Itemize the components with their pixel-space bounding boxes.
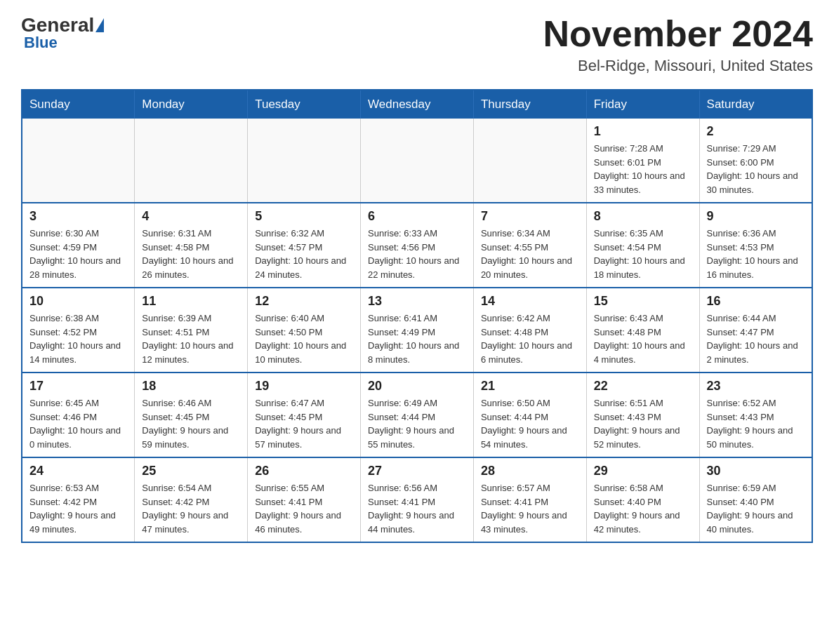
day-info: Sunrise: 6:39 AMSunset: 4:51 PMDaylight:… (142, 311, 240, 366)
day-info: Sunrise: 6:51 AMSunset: 4:43 PMDaylight:… (594, 396, 692, 451)
day-info: Sunrise: 6:56 AMSunset: 4:41 PMDaylight:… (368, 481, 466, 536)
day-number: 20 (368, 379, 466, 394)
day-number: 18 (142, 379, 240, 394)
header-friday: Friday (586, 90, 699, 119)
day-number: 27 (368, 464, 466, 478)
table-row: 30Sunrise: 6:59 AMSunset: 4:40 PMDayligh… (699, 457, 812, 542)
table-row: 29Sunrise: 6:58 AMSunset: 4:40 PMDayligh… (586, 457, 699, 542)
table-row: 18Sunrise: 6:46 AMSunset: 4:45 PMDayligh… (135, 373, 248, 457)
table-row: 8Sunrise: 6:35 AMSunset: 4:54 PMDaylight… (586, 203, 699, 288)
day-number: 22 (594, 379, 692, 394)
day-number: 14 (481, 294, 579, 309)
header-sunday: Sunday (22, 90, 135, 119)
logo-triangle-icon (95, 18, 104, 32)
calendar-week-row: 1Sunrise: 7:28 AMSunset: 6:01 PMDaylight… (22, 119, 812, 203)
day-info: Sunrise: 6:35 AMSunset: 4:54 PMDaylight:… (594, 227, 692, 281)
day-number: 3 (29, 209, 127, 224)
day-info: Sunrise: 6:38 AMSunset: 4:52 PMDaylight:… (29, 311, 127, 366)
day-info: Sunrise: 6:40 AMSunset: 4:50 PMDaylight:… (255, 311, 353, 366)
table-row: 25Sunrise: 6:54 AMSunset: 4:42 PMDayligh… (135, 457, 248, 542)
day-number: 26 (255, 464, 353, 478)
day-number: 19 (255, 379, 353, 394)
table-row: 5Sunrise: 6:32 AMSunset: 4:57 PMDaylight… (248, 203, 361, 288)
table-row (22, 119, 135, 203)
day-info: Sunrise: 6:54 AMSunset: 4:42 PMDaylight:… (142, 481, 240, 536)
table-row: 28Sunrise: 6:57 AMSunset: 4:41 PMDayligh… (473, 457, 586, 542)
table-row (135, 119, 248, 203)
table-row: 20Sunrise: 6:49 AMSunset: 4:44 PMDayligh… (361, 373, 474, 457)
day-number: 15 (594, 294, 692, 309)
table-row: 2Sunrise: 7:29 AMSunset: 6:00 PMDaylight… (699, 119, 812, 203)
day-info: Sunrise: 6:43 AMSunset: 4:48 PMDaylight:… (594, 311, 692, 366)
table-row: 23Sunrise: 6:52 AMSunset: 4:43 PMDayligh… (699, 373, 812, 457)
day-number: 7 (481, 209, 579, 224)
day-number: 16 (707, 294, 805, 309)
location-title: Bel-Ridge, Missouri, United States (543, 57, 813, 75)
day-number: 5 (255, 209, 353, 224)
table-row: 4Sunrise: 6:31 AMSunset: 4:58 PMDaylight… (135, 203, 248, 288)
day-number: 12 (255, 294, 353, 309)
table-row: 14Sunrise: 6:42 AMSunset: 4:48 PMDayligh… (473, 288, 586, 373)
table-row: 12Sunrise: 6:40 AMSunset: 4:50 PMDayligh… (248, 288, 361, 373)
table-row: 19Sunrise: 6:47 AMSunset: 4:45 PMDayligh… (248, 373, 361, 457)
day-info: Sunrise: 6:59 AMSunset: 4:40 PMDaylight:… (707, 481, 805, 536)
table-row: 13Sunrise: 6:41 AMSunset: 4:49 PMDayligh… (361, 288, 474, 373)
day-info: Sunrise: 6:52 AMSunset: 4:43 PMDaylight:… (707, 396, 805, 451)
day-number: 2 (707, 124, 805, 139)
table-row: 10Sunrise: 6:38 AMSunset: 4:52 PMDayligh… (22, 288, 135, 373)
header-tuesday: Tuesday (248, 90, 361, 119)
logo-blue-text: Blue (21, 34, 58, 52)
calendar-week-row: 24Sunrise: 6:53 AMSunset: 4:42 PMDayligh… (22, 457, 812, 542)
day-info: Sunrise: 6:50 AMSunset: 4:44 PMDaylight:… (481, 396, 579, 451)
table-row: 11Sunrise: 6:39 AMSunset: 4:51 PMDayligh… (135, 288, 248, 373)
calendar-header-row: Sunday Monday Tuesday Wednesday Thursday… (22, 90, 812, 119)
day-info: Sunrise: 6:46 AMSunset: 4:45 PMDaylight:… (142, 396, 240, 451)
table-row: 15Sunrise: 6:43 AMSunset: 4:48 PMDayligh… (586, 288, 699, 373)
table-row: 27Sunrise: 6:56 AMSunset: 4:41 PMDayligh… (361, 457, 474, 542)
calendar-table: Sunday Monday Tuesday Wednesday Thursday… (21, 89, 813, 543)
logo: General Blue (21, 14, 105, 52)
header-monday: Monday (135, 90, 248, 119)
calendar-week-row: 3Sunrise: 6:30 AMSunset: 4:59 PMDaylight… (22, 203, 812, 288)
day-info: Sunrise: 6:31 AMSunset: 4:58 PMDaylight:… (142, 227, 240, 281)
day-info: Sunrise: 6:58 AMSunset: 4:40 PMDaylight:… (594, 481, 692, 536)
header: General Blue November 2024 Bel-Ridge, Mi… (21, 14, 813, 75)
day-info: Sunrise: 6:47 AMSunset: 4:45 PMDaylight:… (255, 396, 353, 451)
month-title: November 2024 (543, 14, 813, 54)
day-info: Sunrise: 6:55 AMSunset: 4:41 PMDaylight:… (255, 481, 353, 536)
day-info: Sunrise: 6:30 AMSunset: 4:59 PMDaylight:… (29, 227, 127, 281)
day-info: Sunrise: 6:41 AMSunset: 4:49 PMDaylight:… (368, 311, 466, 366)
table-row: 17Sunrise: 6:45 AMSunset: 4:46 PMDayligh… (22, 373, 135, 457)
day-number: 23 (707, 379, 805, 394)
table-row: 22Sunrise: 6:51 AMSunset: 4:43 PMDayligh… (586, 373, 699, 457)
calendar-week-row: 17Sunrise: 6:45 AMSunset: 4:46 PMDayligh… (22, 373, 812, 457)
day-number: 4 (142, 209, 240, 224)
table-row: 21Sunrise: 6:50 AMSunset: 4:44 PMDayligh… (473, 373, 586, 457)
day-number: 13 (368, 294, 466, 309)
day-number: 11 (142, 294, 240, 309)
day-number: 17 (29, 379, 127, 394)
day-info: Sunrise: 6:57 AMSunset: 4:41 PMDaylight:… (481, 481, 579, 536)
table-row: 6Sunrise: 6:33 AMSunset: 4:56 PMDaylight… (361, 203, 474, 288)
day-info: Sunrise: 7:28 AMSunset: 6:01 PMDaylight:… (594, 142, 692, 196)
day-number: 28 (481, 464, 579, 478)
day-info: Sunrise: 7:29 AMSunset: 6:00 PMDaylight:… (707, 142, 805, 196)
table-row: 24Sunrise: 6:53 AMSunset: 4:42 PMDayligh… (22, 457, 135, 542)
table-row (361, 119, 474, 203)
day-info: Sunrise: 6:53 AMSunset: 4:42 PMDaylight:… (29, 481, 127, 536)
table-row: 7Sunrise: 6:34 AMSunset: 4:55 PMDaylight… (473, 203, 586, 288)
table-row: 26Sunrise: 6:55 AMSunset: 4:41 PMDayligh… (248, 457, 361, 542)
table-row: 16Sunrise: 6:44 AMSunset: 4:47 PMDayligh… (699, 288, 812, 373)
table-row: 1Sunrise: 7:28 AMSunset: 6:01 PMDaylight… (586, 119, 699, 203)
day-info: Sunrise: 6:49 AMSunset: 4:44 PMDaylight:… (368, 396, 466, 451)
day-info: Sunrise: 6:32 AMSunset: 4:57 PMDaylight:… (255, 227, 353, 281)
day-number: 30 (707, 464, 805, 478)
table-row: 9Sunrise: 6:36 AMSunset: 4:53 PMDaylight… (699, 203, 812, 288)
header-wednesday: Wednesday (361, 90, 474, 119)
day-info: Sunrise: 6:36 AMSunset: 4:53 PMDaylight:… (707, 227, 805, 281)
day-info: Sunrise: 6:34 AMSunset: 4:55 PMDaylight:… (481, 227, 579, 281)
header-thursday: Thursday (473, 90, 586, 119)
day-number: 10 (29, 294, 127, 309)
day-number: 21 (481, 379, 579, 394)
day-info: Sunrise: 6:45 AMSunset: 4:46 PMDaylight:… (29, 396, 127, 451)
